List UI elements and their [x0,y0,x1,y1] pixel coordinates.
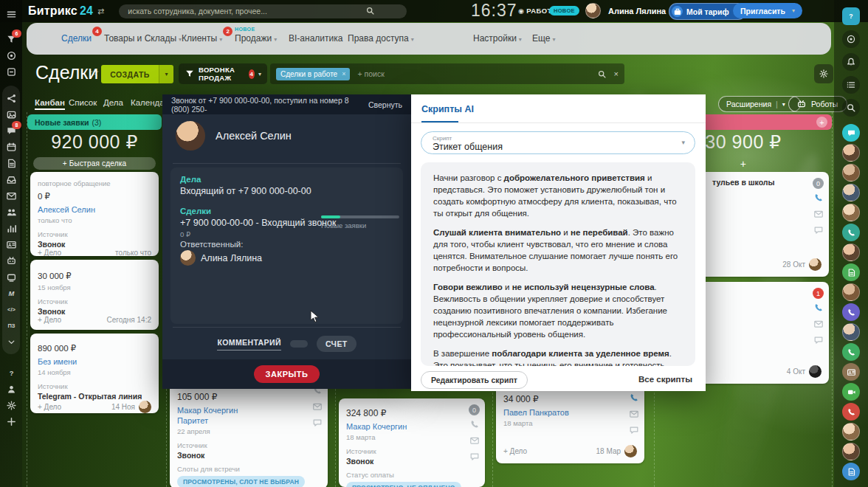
chat-icon[interactable] [312,418,323,428]
contact-name[interactable]: Алексей Селин [216,130,292,142]
card-actions[interactable] [312,385,323,428]
phone-icon[interactable] [842,303,860,321]
image-icon[interactable] [2,106,20,122]
stage-progress-bar[interactable] [321,215,399,218]
chat-icon[interactable] [469,452,480,462]
column-header-new[interactable]: Новые заявки(3) [27,114,162,130]
mail-icon[interactable] [813,319,824,329]
help-icon[interactable]: ? [842,7,860,25]
deal-card[interactable]: Звонок по акции 30 000 ₽ 15 ноября Источ… [30,260,159,330]
avatar[interactable] [842,204,860,221]
deals-search-bar[interactable]: Сделки в работе× × [270,63,624,84]
search-icon[interactable] [365,6,375,15]
people-icon[interactable] [2,204,20,220]
mail-icon[interactable] [629,409,639,419]
card-actions[interactable] [629,393,639,435]
company-link[interactable]: Паритет [177,416,320,425]
share-icon[interactable] [2,90,20,106]
funnel-filter[interactable]: ВОРОНКА ПРОДАЖ 4 ▾ [179,63,267,84]
add-activity-link[interactable]: + Дело [38,316,61,324]
video-icon[interactable] [842,383,860,401]
script-select[interactable]: Скрипт Этикет общения ▾ [421,131,695,154]
list-icon[interactable] [842,76,860,94]
phone-icon[interactable] [842,224,860,241]
invite-button[interactable]: Пригласить▾ [733,3,802,18]
nav-deals[interactable]: Сделки4 [61,33,92,44]
chat-icon[interactable] [813,225,824,235]
collapse-button[interactable]: Свернуть [368,100,402,109]
user-avatar[interactable] [585,3,601,18]
create-deal-button[interactable]: СОЗДАТЬ [101,65,159,83]
call-popup-header[interactable]: Звонок от +7 900 000-00-00, поступил на … [162,94,411,114]
add-activity-link[interactable]: + Дело [503,447,527,455]
search-filter-tag[interactable]: Сделки в работе× [276,68,350,80]
activity-item[interactable]: Входящий от +7 900 000-00-00 [180,186,311,196]
contact-link[interactable]: Павел Панкратов [503,408,637,417]
gear-icon[interactable] [814,64,833,83]
card-actions[interactable] [469,419,480,462]
search-icon[interactable] [597,69,607,79]
chat-icon[interactable]: 8 [2,122,20,139]
market-icon[interactable]: M [2,285,20,301]
nav-bi-analytics[interactable]: BI-аналитика [289,33,342,44]
tab-deal[interactable] [290,340,308,348]
favorite-star-icon[interactable]: ☆ [90,66,100,78]
global-search-input[interactable] [119,4,407,18]
edit-script-button[interactable]: Редактировать скрипт [421,371,528,389]
card-actions[interactable] [813,193,824,235]
deal-link[interactable]: +7 900 000-00-00 - Входящий звонок [180,218,336,228]
avatar[interactable] [842,164,860,182]
doc-icon[interactable] [842,463,860,480]
target-icon[interactable] [2,47,20,63]
user-name[interactable]: Алина Лялина▾ [608,7,672,15]
nav-sales[interactable]: НОВОЕПродажи▾ [235,33,277,44]
calendar-icon[interactable] [2,139,20,155]
phone-icon[interactable] [842,343,860,361]
create-deal-caret[interactable]: ▾ [159,65,173,83]
switch-account-icon[interactable]: ⇄ [97,7,104,16]
idcard-icon[interactable] [2,236,20,252]
avatar[interactable] [842,144,860,162]
mail-icon[interactable] [312,401,323,412]
mail-icon[interactable] [813,209,824,219]
idcard-icon[interactable] [842,363,860,381]
tab-ai-scripts[interactable]: Скрипты AI [421,104,474,114]
phone-icon[interactable] [469,419,480,429]
nav-more[interactable]: Еще▾ [532,33,555,44]
chevron-down-icon[interactable] [2,334,20,350]
mail-icon[interactable] [469,435,480,446]
activities-section-link[interactable]: Дела [180,175,201,184]
close-call-button[interactable]: ЗАКРЫТЬ [254,365,320,383]
person-icon[interactable] [2,381,20,397]
clear-search-icon[interactable]: × [614,69,619,78]
deals-section-link[interactable]: Сделки [180,207,211,215]
code-icon[interactable]: </> [2,301,20,317]
card-actions[interactable] [813,303,824,345]
help-icon[interactable]: ? [2,365,20,381]
tab-activities[interactable]: Дела [103,98,123,107]
add-activity-link[interactable]: + Дело [38,403,61,411]
doc-icon[interactable] [2,155,20,171]
chart-icon[interactable] [2,220,20,236]
robot-icon[interactable] [2,252,20,269]
tab-invoice[interactable]: СЧЕТ [317,336,356,352]
tv-icon[interactable] [2,269,20,285]
tab-kanban[interactable]: Канбан [35,98,65,110]
avatar[interactable] [842,184,860,201]
contact-link[interactable]: Алексей Селин [38,205,151,214]
phone-icon[interactable] [842,403,860,421]
quick-deal-button[interactable]: + Быстрая сделка [33,157,156,170]
pz-icon[interactable]: ПЗ [2,317,20,334]
avatar[interactable] [842,323,860,341]
nav-products[interactable]: Товары и Склады▾ [104,33,182,44]
funnel-icon[interactable]: 6 [2,31,20,47]
phone-icon[interactable] [629,393,639,403]
phone-icon[interactable] [813,193,824,203]
phone-icon[interactable] [813,303,824,313]
plus-icon[interactable] [2,413,20,429]
deal-card[interactable]: +7 900 000-00-00 - Входящий звонок повто… [30,172,159,256]
add-deal-icon[interactable]: + [816,117,827,128]
contact-link[interactable]: Макар Кочергин [177,406,320,415]
deal-card[interactable]: 0 Стол 200x70 серия White X 324 800 ₽ Ма… [339,398,485,487]
target-icon[interactable] [842,30,860,48]
